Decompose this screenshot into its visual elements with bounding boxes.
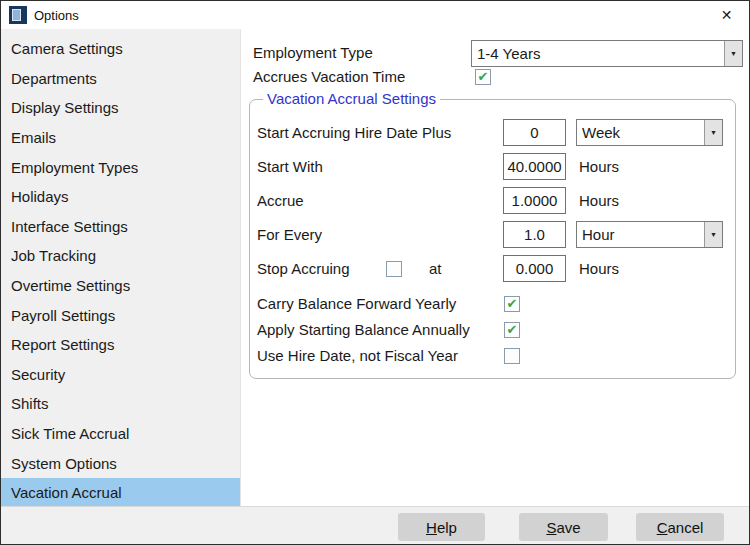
employment-type-value: 1-4 Years [472, 45, 724, 62]
start-with-label: Start With [257, 158, 323, 175]
carry-balance-checkbox[interactable]: ✔ [504, 296, 520, 312]
sidebar-item-system-options[interactable]: System Options [1, 448, 240, 478]
accrues-vacation-time-checkbox[interactable]: ✔ [475, 69, 491, 85]
options-dialog: Options ✕ Camera Settings Departments Di… [0, 0, 750, 545]
checkmark-icon: ✔ [507, 323, 518, 336]
start-accruing-input[interactable] [503, 119, 566, 146]
sidebar-item-job-tracking[interactable]: Job Tracking [1, 241, 240, 271]
sidebar-item-holidays[interactable]: Holidays [1, 182, 240, 212]
sidebar-item-shifts[interactable]: Shifts [1, 389, 240, 419]
for-every-label: For Every [257, 226, 322, 243]
cancel-button[interactable]: Cancel [636, 513, 724, 541]
employment-type-dropdown[interactable]: 1-4 Years ▼ [471, 40, 743, 67]
settings-sidebar: Camera Settings Departments Display Sett… [1, 29, 241, 506]
chevron-down-icon: ▼ [704, 120, 722, 145]
apply-starting-balance-checkbox[interactable]: ✔ [504, 322, 520, 338]
sidebar-item-report-settings[interactable]: Report Settings [1, 330, 240, 360]
sidebar-item-interface-settings[interactable]: Interface Settings [1, 212, 240, 242]
help-button[interactable]: Help [398, 513, 485, 541]
sidebar-item-sick-time-accrual[interactable]: Sick Time Accrual [1, 419, 240, 449]
start-with-input[interactable] [503, 153, 566, 180]
sidebar-item-security[interactable]: Security [1, 360, 240, 390]
checkmark-icon: ✔ [507, 297, 518, 310]
title-bar: Options ✕ [1, 1, 749, 29]
accrue-label: Accrue [257, 192, 304, 209]
vacation-accrual-panel: Employment Type 1-4 Years ▼ Accrues Vaca… [241, 29, 749, 506]
chevron-down-icon: ▼ [724, 41, 742, 66]
window-title: Options [34, 8, 79, 23]
group-title: Vacation Accrual Settings [263, 90, 440, 107]
apply-starting-balance-label: Apply Starting Balance Annually [257, 321, 470, 338]
stop-accruing-at-label: at [429, 260, 442, 277]
employment-type-label: Employment Type [253, 44, 373, 61]
sidebar-item-departments[interactable]: Departments [1, 64, 240, 94]
accrue-unit-label: Hours [579, 192, 619, 209]
stop-accruing-unit-label: Hours [579, 260, 619, 277]
for-every-input[interactable] [503, 221, 566, 248]
sidebar-item-emails[interactable]: Emails [1, 123, 240, 153]
accrues-vacation-time-label: Accrues Vacation Time [253, 68, 405, 85]
start-accruing-label: Start Accruing Hire Date Plus [257, 124, 451, 141]
sidebar-item-overtime-settings[interactable]: Overtime Settings [1, 271, 240, 301]
sidebar-item-payroll-settings[interactable]: Payroll Settings [1, 300, 240, 330]
for-every-unit-dropdown[interactable]: Hour ▼ [576, 221, 723, 248]
checkmark-icon: ✔ [478, 70, 489, 83]
for-every-unit-value: Hour [577, 226, 704, 243]
close-icon[interactable]: ✕ [704, 1, 749, 29]
carry-balance-label: Carry Balance Forward Yearly [257, 295, 456, 312]
sidebar-item-camera-settings[interactable]: Camera Settings [1, 34, 240, 64]
start-accruing-unit-dropdown[interactable]: Week ▼ [576, 119, 723, 146]
sidebar-item-employment-types[interactable]: Employment Types [1, 152, 240, 182]
start-accruing-unit-value: Week [577, 124, 704, 141]
sidebar-item-display-settings[interactable]: Display Settings [1, 93, 240, 123]
dialog-footer: Help Save Cancel [1, 506, 749, 544]
chevron-down-icon: ▼ [704, 222, 722, 247]
stop-accruing-checkbox[interactable] [386, 261, 402, 277]
start-with-unit-label: Hours [579, 158, 619, 175]
stop-accruing-label: Stop Accruing [257, 260, 350, 277]
stop-accruing-input[interactable] [503, 255, 566, 282]
use-hire-date-label: Use Hire Date, not Fiscal Year [257, 347, 458, 364]
options-window-icon [9, 6, 27, 24]
accrue-input[interactable] [503, 187, 566, 214]
sidebar-item-vacation-accrual[interactable]: Vacation Accrual [1, 478, 240, 508]
use-hire-date-checkbox[interactable] [504, 348, 520, 364]
save-button[interactable]: Save [519, 513, 608, 541]
